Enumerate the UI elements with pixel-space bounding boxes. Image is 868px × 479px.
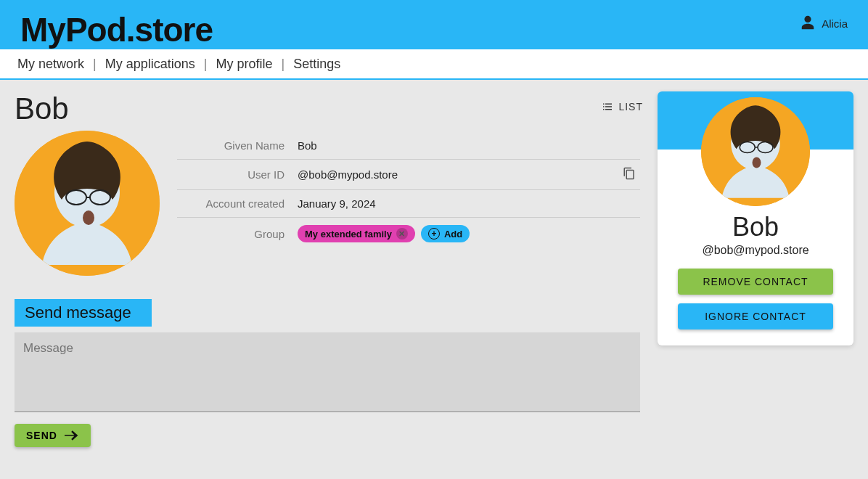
list-link[interactable]: LIST — [601, 100, 643, 113]
user-name: Alicia — [822, 17, 848, 30]
message-input[interactable] — [15, 332, 640, 412]
account-icon — [800, 15, 816, 33]
plus-icon: + — [428, 228, 440, 239]
card-id: @bob@mypod.store — [669, 244, 842, 257]
svg-point-9 — [753, 157, 761, 168]
send-message-header: Send message — [15, 299, 152, 327]
nav-my-applications[interactable]: My applications — [105, 57, 195, 72]
page-title: Bob — [15, 91, 640, 126]
row-account-created: Account created January 9, 2024 — [177, 190, 640, 218]
remove-chip-icon[interactable]: ✕ — [396, 228, 408, 239]
ignore-contact-button[interactable]: IGNORE CONTACT — [678, 303, 833, 329]
send-button[interactable]: SEND — [15, 424, 91, 447]
send-icon — [65, 430, 79, 441]
add-group-chip[interactable]: + Add — [421, 225, 470, 242]
site-logo[interactable]: MyPod.store — [20, 0, 213, 46]
user-id-value: @bob@mypod.store — [298, 168, 398, 181]
row-group: Group My extended family ✕ + Add — [177, 218, 640, 250]
list-icon — [601, 100, 614, 113]
nav-settings[interactable]: Settings — [293, 57, 340, 72]
nav-my-network[interactable]: My network — [17, 57, 84, 72]
copy-icon[interactable] — [623, 167, 636, 182]
nav-my-profile[interactable]: My profile — [216, 57, 272, 72]
user-menu[interactable]: Alicia — [800, 0, 848, 33]
avatar-large — [15, 131, 160, 276]
svg-point-4 — [83, 210, 94, 225]
main-nav: My network | My applications | My profil… — [0, 49, 868, 80]
given-name-value: Bob — [298, 139, 636, 152]
avatar-small — [701, 97, 810, 206]
contact-card: Bob @bob@mypod.store REMOVE CONTACT IGNO… — [658, 91, 853, 345]
profile-info-table: Given Name Bob User ID @bob@mypod.store … — [177, 132, 640, 276]
card-name: Bob — [669, 212, 842, 242]
row-given-name: Given Name Bob — [177, 132, 640, 160]
topbar: MyPod.store Alicia — [0, 0, 868, 49]
card-header — [658, 91, 853, 150]
group-chip[interactable]: My extended family ✕ — [298, 225, 415, 242]
account-created-value: January 9, 2024 — [298, 197, 636, 210]
row-user-id: User ID @bob@mypod.store — [177, 160, 640, 190]
remove-contact-button[interactable]: REMOVE CONTACT — [678, 269, 833, 295]
